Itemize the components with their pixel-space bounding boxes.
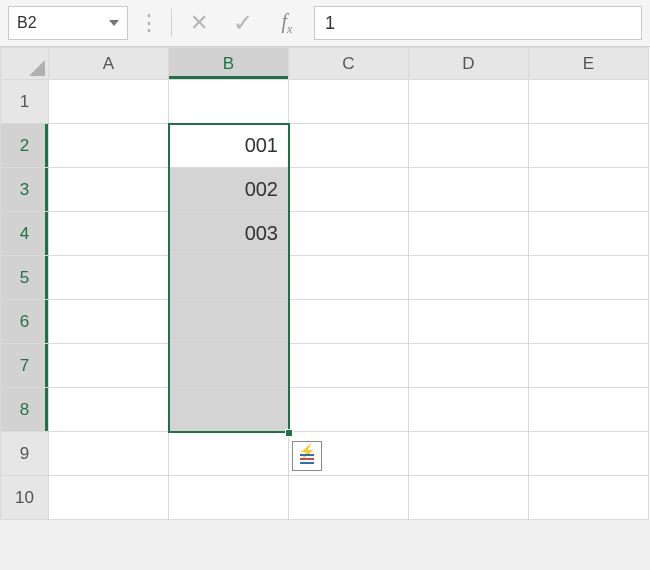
row-header-4[interactable]: 4 [1,212,49,256]
row-header-2[interactable]: 2 [1,124,49,168]
cell-D5[interactable] [409,256,529,300]
cell-E8[interactable] [529,388,649,432]
cell-D1[interactable] [409,80,529,124]
row-header-3[interactable]: 3 [1,168,49,212]
row-header-7[interactable]: 7 [1,344,49,388]
chevron-down-icon[interactable] [109,20,119,26]
cell-C1[interactable] [289,80,409,124]
cell-B10[interactable] [169,476,289,520]
cell-B1[interactable] [169,80,289,124]
row-header-8[interactable]: 8 [1,388,49,432]
cell-D7[interactable] [409,344,529,388]
row-header-9[interactable]: 9 [1,432,49,476]
cell-C6[interactable] [289,300,409,344]
cell-A5[interactable] [49,256,169,300]
cell-E5[interactable] [529,256,649,300]
autofill-options-button[interactable]: ⚡ [292,441,322,471]
cell-D10[interactable] [409,476,529,520]
cell-C4[interactable] [289,212,409,256]
cell-C2[interactable] [289,124,409,168]
cell-C7[interactable] [289,344,409,388]
spreadsheet-grid: A B C D E 1 2 001 3 002 [0,47,650,520]
name-box[interactable]: B2 [8,6,128,40]
cell-A9[interactable] [49,432,169,476]
formula-input[interactable]: 1 [314,6,642,40]
formula-input-value: 1 [325,13,335,34]
cell-E2[interactable] [529,124,649,168]
cell-A8[interactable] [49,388,169,432]
cell-B4[interactable]: 003 [169,212,289,256]
col-header-D[interactable]: D [409,48,529,80]
cell-A4[interactable] [49,212,169,256]
cell-E10[interactable] [529,476,649,520]
cell-A10[interactable] [49,476,169,520]
grid-table: A B C D E 1 2 001 3 002 [0,47,649,520]
cell-B7[interactable] [169,344,289,388]
row-header-6[interactable]: 6 [1,300,49,344]
formula-bar: B2 ⋮ ✕ ✓ fx 1 [0,0,650,47]
cell-D8[interactable] [409,388,529,432]
name-box-value: B2 [17,14,37,32]
cell-E9[interactable] [529,432,649,476]
cell-A1[interactable] [49,80,169,124]
cell-A7[interactable] [49,344,169,388]
separator [171,9,172,37]
fx-icon[interactable]: fx [270,10,304,37]
cell-D6[interactable] [409,300,529,344]
cell-A6[interactable] [49,300,169,344]
row-header-1[interactable]: 1 [1,80,49,124]
row-header-5[interactable]: 5 [1,256,49,300]
cell-B5[interactable] [169,256,289,300]
cell-D3[interactable] [409,168,529,212]
cancel-icon[interactable]: ✕ [182,10,216,36]
cell-B9[interactable] [169,432,289,476]
cell-E7[interactable] [529,344,649,388]
cell-B3[interactable]: 002 [169,168,289,212]
cell-B2[interactable]: 001 [169,124,289,168]
cell-C3[interactable] [289,168,409,212]
cell-D2[interactable] [409,124,529,168]
cell-D9[interactable] [409,432,529,476]
cell-E3[interactable] [529,168,649,212]
cell-E1[interactable] [529,80,649,124]
row-header-10[interactable]: 10 [1,476,49,520]
cell-C10[interactable] [289,476,409,520]
col-header-E[interactable]: E [529,48,649,80]
col-header-A[interactable]: A [49,48,169,80]
cell-E6[interactable] [529,300,649,344]
fill-handle[interactable] [285,429,293,437]
enter-icon[interactable]: ✓ [226,9,260,37]
cell-B8[interactable] [169,388,289,432]
autofill-options-icon: ⚡ [298,447,316,465]
cell-C8[interactable] [289,388,409,432]
select-all-corner[interactable] [1,48,49,80]
cell-B6[interactable] [169,300,289,344]
cell-E4[interactable] [529,212,649,256]
col-header-B[interactable]: B [169,48,289,80]
cell-D4[interactable] [409,212,529,256]
cell-A2[interactable] [49,124,169,168]
col-header-C[interactable]: C [289,48,409,80]
cell-A3[interactable] [49,168,169,212]
cell-C5[interactable] [289,256,409,300]
